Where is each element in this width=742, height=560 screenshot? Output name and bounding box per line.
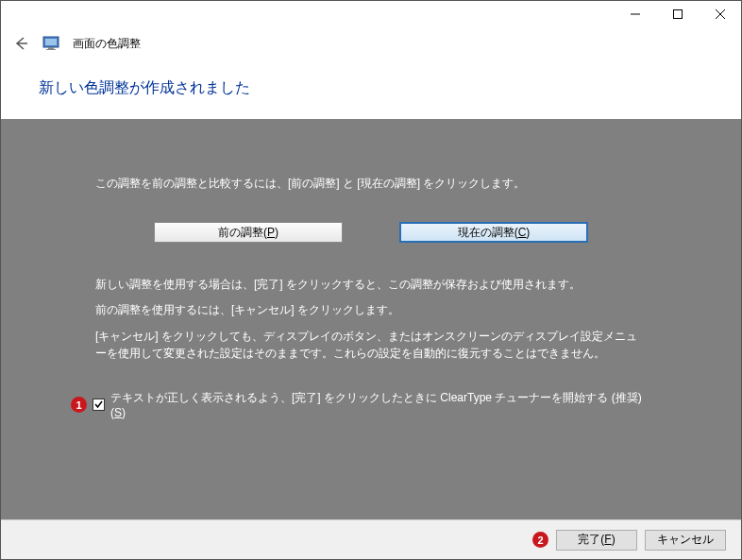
finish-button[interactable]: 完了(F) — [556, 530, 637, 551]
back-button[interactable] — [12, 35, 29, 52]
annotation-1: 1 — [71, 397, 87, 413]
previous-calibration-button[interactable]: 前の調整(P) — [154, 222, 343, 243]
heading-area: 新しい色調整が作成されました — [1, 61, 741, 119]
btn-prev-pre: 前の調整( — [218, 225, 267, 241]
instruction-note: [キャンセル] をクリックしても、ディスプレイのボタン、またはオンスクリーンのデ… — [95, 328, 647, 362]
check-label-key: S — [114, 406, 122, 419]
app-icon — [42, 35, 59, 52]
finish-pre: 完了( — [578, 533, 604, 546]
btn-curr-key: C — [518, 226, 527, 239]
btn-curr-post: ) — [526, 226, 530, 239]
btn-prev-post: ) — [275, 226, 278, 239]
finish-key: F — [604, 533, 611, 546]
svg-rect-1 — [673, 10, 682, 19]
check-label-post: ) — [122, 406, 126, 419]
annotation-2: 2 — [532, 532, 548, 548]
maximize-icon — [673, 9, 683, 19]
close-button[interactable] — [699, 1, 741, 27]
titlebar — [1, 1, 741, 29]
btn-prev-key: P — [267, 226, 275, 239]
cleartype-checkbox-row: 1 テキストが正しく表示されるよう、[完了] をクリックしたときに ClearT… — [71, 390, 647, 419]
checkmark-icon — [93, 399, 104, 410]
minimize-icon — [631, 9, 640, 19]
current-calibration-button[interactable]: 現在の調整(C) — [399, 222, 588, 243]
cleartype-checkbox[interactable] — [93, 399, 105, 411]
btn-curr-pre: 現在の調整( — [458, 225, 518, 241]
footer: 2 完了(F) キャンセル — [1, 519, 741, 559]
svg-rect-6 — [48, 47, 54, 49]
svg-rect-5 — [45, 39, 57, 45]
back-arrow-icon — [12, 35, 29, 52]
instruction-finish: 新しい調整を使用する場合は、[完了] をクリックすると、この調整が保存および使用… — [95, 277, 647, 293]
maximize-button[interactable] — [656, 1, 699, 27]
minimize-button[interactable] — [614, 1, 656, 27]
check-label-pre: テキストが正しく表示されるよう、[完了] をクリックしたときに ClearTyp… — [110, 391, 642, 419]
content-area: この調整を前の調整と比較するには、[前の調整] と [現在の調整] をクリックし… — [1, 119, 741, 527]
instruction-compare: この調整を前の調整と比較するには、[前の調整] と [現在の調整] をクリックし… — [95, 176, 647, 192]
finish-post: ) — [612, 533, 616, 546]
close-icon — [716, 9, 725, 19]
cancel-button[interactable]: キャンセル — [645, 530, 726, 551]
cleartype-checkbox-label: テキストが正しく表示されるよう、[完了] をクリックしたときに ClearTyp… — [110, 390, 647, 419]
page-heading: 新しい色調整が作成されました — [39, 78, 703, 98]
header: 画面の色調整 — [1, 29, 741, 61]
compare-button-row: 前の調整(P) 現在の調整(C) — [95, 222, 647, 243]
svg-rect-7 — [46, 49, 56, 50]
app-title: 画面の色調整 — [73, 36, 141, 52]
instruction-cancel: 前の調整を使用するには、[キャンセル] をクリックします。 — [95, 302, 647, 318]
